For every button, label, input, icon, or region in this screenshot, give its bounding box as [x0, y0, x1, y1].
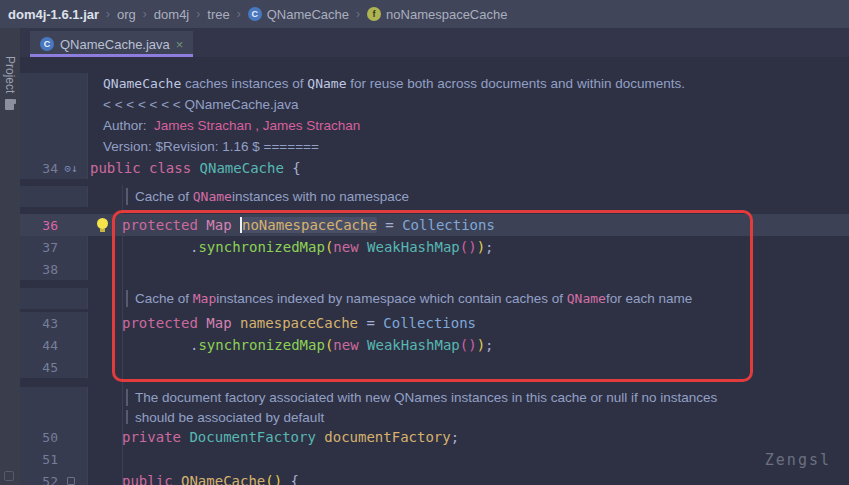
code-line-50[interactable]: 50private DocumentFactory documentFactor… [20, 426, 849, 448]
line-number: 44 [20, 338, 58, 353]
gutter [20, 115, 88, 136]
token-p1: ( [325, 337, 333, 353]
breadcrumb-label: dom4j-1.6.1.jar [8, 7, 99, 22]
gutter: 43 [20, 312, 88, 334]
code-line-34[interactable]: 34⊙↓public class QNameCache { [20, 157, 849, 179]
code-line-44[interactable]: 44.synchronizedMap(new WeakHashMap()); [20, 334, 849, 356]
code-line-51[interactable]: 51 [20, 448, 849, 470]
token-fld: namespaceCache [240, 315, 358, 331]
breadcrumb-item-tree[interactable]: tree [207, 7, 229, 22]
breadcrumb-item-dom4j[interactable]: dom4j [154, 7, 189, 22]
token-kw: protected [122, 217, 206, 233]
project-tool-window-button[interactable]: Project [0, 54, 20, 134]
line-number: 52 [20, 474, 58, 485]
code-line-36[interactable]: 36protected Map noNamespaceCache = Colle… [20, 214, 849, 236]
line-content[interactable]: QNameCache caches instances of QName for… [88, 73, 849, 94]
doc-comment-line[interactable]: The document factory associated with new… [20, 387, 849, 408]
code-line-43[interactable]: 43protected Map namespaceCache = Collect… [20, 312, 849, 334]
gutter: 52 [20, 470, 88, 485]
token-doc-code: QNameCache [103, 76, 181, 91]
chevron-right-icon: › [356, 7, 360, 21]
token-doc: should be associated by default [135, 410, 324, 425]
line-content[interactable]: < < < < < < < QNameCache.java [88, 94, 849, 115]
token-scls: Collections [402, 217, 495, 233]
code-line-45[interactable]: 45 [20, 356, 849, 378]
line-content[interactable]: public QNameCache() { [88, 470, 849, 485]
doc-comment-line[interactable]: < < < < < < < QNameCache.java [20, 94, 849, 115]
token-p1: ( [325, 239, 333, 255]
doc-comment-line[interactable]: Version: $Revision: 1.16 $ ======= [20, 136, 849, 157]
token-doc: Cache of [135, 291, 193, 306]
line-number: 43 [20, 316, 58, 331]
doc-comment-line[interactable]: Author: James Strachan , James Strachan [20, 115, 849, 136]
line-content[interactable]: .synchronizedMap(new WeakHashMap()); [88, 236, 849, 258]
token-doc: The document factory associated with new… [135, 390, 717, 405]
fold-icon[interactable] [58, 477, 84, 485]
token-doc: for reuse both across documents and with… [347, 76, 685, 91]
code-line-52[interactable]: 52public QNameCache() { [20, 470, 849, 485]
doc-comment-line[interactable]: should be associated by default [20, 408, 849, 426]
code-line-38[interactable]: 38 [20, 258, 849, 280]
doc-comment-line[interactable]: Cache of QNameinstances with no namespac… [20, 186, 849, 207]
gutter [20, 288, 88, 309]
token-doc: for each name [606, 291, 692, 306]
editor-column: C QNameCache.java × QNameCache caches in… [20, 28, 849, 485]
token-doc-ref: Map [193, 291, 216, 306]
token-cls: WeakHashMap [367, 337, 460, 353]
doc-comment-line[interactable]: QNameCache caches instances of QName for… [20, 73, 849, 94]
token-kw: protected [122, 315, 206, 331]
line-content[interactable] [88, 448, 849, 470]
stripe-bottom-icon[interactable] [4, 471, 14, 481]
breadcrumb-label: dom4j [154, 7, 189, 22]
breadcrumb-item-nonamespacecache[interactable]: fnoNamespaceCache [367, 7, 507, 22]
token-pun: = [377, 217, 402, 233]
line-number: 36 [20, 218, 58, 233]
gutter: 37 [20, 236, 88, 258]
line-content[interactable]: Cache of Mapinstances indexed by namespa… [88, 288, 849, 309]
token-pun: { [292, 160, 300, 176]
token-pun: . [190, 337, 198, 353]
line-content[interactable] [88, 356, 849, 378]
token-typ: Map [206, 315, 240, 331]
project-tool-window-label: Project [3, 56, 17, 93]
close-icon[interactable]: × [176, 38, 184, 51]
gutter [20, 94, 88, 115]
gutter: 38 [20, 258, 88, 280]
token-pun: ; [451, 429, 459, 445]
line-content[interactable]: .synchronizedMap(new WeakHashMap()); [88, 334, 849, 356]
chevron-right-icon: › [106, 7, 110, 21]
ide-window: dom4j-1.6.1.jar›org›dom4j›tree›CQNameCac… [0, 0, 849, 485]
line-content[interactable]: Author: James Strachan , James Strachan [88, 115, 849, 136]
code-editor[interactable]: QNameCache caches instances of QName for… [20, 57, 849, 485]
breadcrumb-item-qnamecache[interactable]: CQNameCache [248, 7, 349, 22]
tab-qnamecache-java[interactable]: C QNameCache.java × [30, 31, 193, 57]
line-content[interactable]: Cache of QNameinstances with no namespac… [88, 186, 849, 207]
overridden-marker-icon[interactable]: ⊙↓ [58, 162, 84, 175]
line-content[interactable]: private DocumentFactory documentFactory; [88, 426, 849, 448]
doc-comment-line[interactable]: Cache of Mapinstances indexed by namespa… [20, 288, 849, 309]
project-folder-icon [6, 99, 15, 110]
line-content[interactable] [88, 258, 849, 280]
line-content[interactable]: Version: $Revision: 1.16 $ ======= [88, 136, 849, 157]
token-doc-ref: QName [567, 291, 606, 306]
line-content[interactable]: should be associated by default [88, 408, 849, 426]
line-content[interactable]: The document factory associated with new… [88, 387, 849, 408]
gutter [20, 186, 88, 207]
token-p2: ) [468, 239, 476, 255]
code-line-37[interactable]: 37.synchronizedMap(new WeakHashMap()); [20, 236, 849, 258]
line-content[interactable]: protected Map namespaceCache = Collectio… [88, 312, 849, 334]
token-kw: new [333, 239, 367, 255]
token-doc: instances with no namespace [232, 189, 409, 204]
line-number: 51 [20, 452, 58, 467]
breadcrumb-item-dom4j-1-6-1-jar[interactable]: dom4j-1.6.1.jar [8, 7, 99, 22]
line-content[interactable]: public class QNameCache { [88, 157, 849, 179]
line-content[interactable]: protected Map noNamespaceCache = Collect… [88, 214, 849, 236]
chevron-right-icon: › [196, 7, 200, 21]
token-p2: ( [460, 337, 468, 353]
token-pun: = [358, 315, 383, 331]
token-kw: private [122, 429, 189, 445]
token-fld: noNamespaceCache [242, 217, 377, 233]
breadcrumb-item-org[interactable]: org [117, 7, 136, 22]
token-mth: synchronizedMap [198, 239, 324, 255]
intention-bulb-icon[interactable] [97, 218, 108, 232]
